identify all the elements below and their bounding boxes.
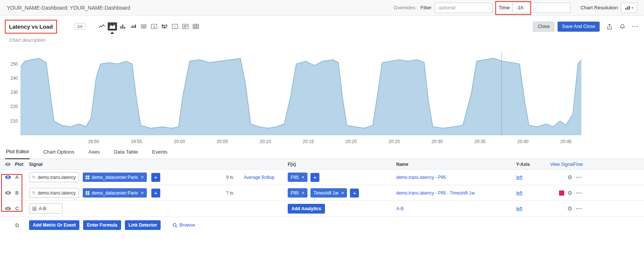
filter-chip-label: demo_datacenter:Paris: [92, 175, 138, 180]
chevron-down-icon: ▾: [631, 6, 633, 10]
analytics-chip[interactable]: P95 ×: [288, 188, 307, 198]
column-chart-icon[interactable]: [118, 22, 127, 31]
view-signalflow-link[interactable]: View SignalFlow: [550, 162, 584, 167]
event-feed-icon[interactable]: !: [170, 22, 180, 31]
plot-row-a: A demo.trans.latency demo_datacenter:Par…: [0, 170, 644, 185]
dimension-grid-icon: [86, 191, 89, 195]
search-icon: [173, 223, 177, 228]
plot-cell-c: C: [0, 206, 24, 211]
filter-chip[interactable]: demo_datacenter:Paris ×: [83, 173, 147, 182]
yaxis-link[interactable]: left: [516, 175, 523, 180]
dimension-grid-icon: [86, 176, 89, 179]
time-input[interactable]: [512, 3, 571, 13]
remove-icon[interactable]: ×: [302, 190, 304, 196]
save-and-close-button[interactable]: Save And Close: [558, 22, 600, 32]
tab-events[interactable]: Events: [151, 149, 168, 159]
analytics-chip-label: P95: [291, 190, 299, 196]
gear-icon[interactable]: ⚙: [568, 205, 572, 212]
native-resolution-badge: 1m: [75, 23, 85, 30]
text-chart-icon[interactable]: [181, 22, 190, 31]
x-axis-tick: 20:35: [471, 139, 489, 144]
signal-input[interactable]: demo.trans.latency: [29, 172, 79, 182]
x-axis-tick: 20:05: [214, 139, 231, 144]
y-axis-tick: 240: [4, 76, 18, 81]
histogram-icon[interactable]: [129, 22, 138, 31]
area-chart-icon[interactable]: [108, 22, 117, 31]
filter-input[interactable]: [435, 3, 493, 13]
chart-title[interactable]: Latency vs Load: [9, 23, 53, 30]
yaxis-link[interactable]: left: [516, 190, 523, 196]
chart-description[interactable]: Chart description: [9, 37, 644, 43]
filter-chip[interactable]: demo_datacenter:Paris ×: [83, 188, 147, 198]
plot-name-link[interactable]: demo.trans.latency - P95 - Timeshift 1w: [396, 190, 475, 196]
table-chart-icon[interactable]: [191, 22, 201, 31]
link-detector-button[interactable]: Link Detector: [125, 220, 161, 230]
x-axis-tick: 20:45: [557, 139, 575, 144]
plot-label: C: [15, 206, 19, 211]
dashboard-title: YOUR_NAME-Dashboard: YOUR_NAME-Dashboard: [7, 5, 130, 11]
single-value-icon[interactable]: 4: [149, 22, 159, 31]
list-chart-icon[interactable]: [139, 22, 148, 31]
share-icon[interactable]: [606, 23, 613, 30]
row-more-icon[interactable]: ⋯: [576, 174, 582, 181]
analytics-chip[interactable]: P95 ×: [288, 173, 307, 182]
line-chart-icon[interactable]: [97, 22, 107, 31]
add-filter-button[interactable]: +: [151, 173, 160, 182]
visibility-eye-icon[interactable]: [5, 206, 11, 211]
analytics-chip[interactable]: Timeshift 1w ×: [310, 188, 347, 198]
visibility-eye-icon[interactable]: [5, 191, 11, 195]
remove-icon[interactable]: ×: [141, 174, 144, 180]
bell-icon[interactable]: [619, 23, 625, 30]
plot-color-swatch[interactable]: [559, 190, 564, 196]
yaxis-link[interactable]: left: [516, 206, 523, 211]
add-analytics-button[interactable]: +: [310, 173, 319, 182]
visibility-eye-icon[interactable]: [5, 175, 11, 179]
analytics-chip-label: P95: [291, 175, 299, 180]
plot-name-link[interactable]: A-B: [396, 206, 404, 211]
remove-icon[interactable]: ×: [302, 174, 304, 180]
remove-icon[interactable]: ×: [341, 190, 344, 196]
tab-axes[interactable]: Axes: [88, 149, 101, 159]
plot-name-link[interactable]: demo.trans.latency - P95: [396, 175, 446, 180]
browse-link[interactable]: Browse: [173, 222, 195, 228]
tab-data-table[interactable]: Data Table: [113, 149, 139, 159]
enter-formula-button[interactable]: Enter Formula: [83, 220, 121, 230]
calculator-icon: [32, 206, 37, 211]
heatmap-icon[interactable]: [160, 22, 169, 31]
close-button[interactable]: Close: [533, 22, 555, 32]
area-series: [20, 58, 581, 135]
plus-icon: +: [313, 174, 317, 180]
plot-column-header: Plot: [15, 162, 23, 167]
remove-icon[interactable]: ×: [141, 190, 144, 196]
metric-tag-icon: [32, 191, 36, 195]
latency-area-chart[interactable]: [20, 53, 581, 135]
name-column-header: Name: [396, 162, 516, 167]
rollup-link[interactable]: Average Rollup: [244, 175, 282, 180]
chart-resolution-dropdown[interactable]: ▾: [621, 3, 637, 13]
tab-chart-options[interactable]: Chart Options: [42, 149, 75, 159]
ts-count: ? ts: [218, 190, 233, 196]
row-more-icon[interactable]: ⋯: [576, 189, 582, 196]
svg-text:4: 4: [153, 25, 155, 29]
x-axis-tick: 20:25: [385, 139, 403, 144]
more-icon[interactable]: ⋯: [631, 25, 638, 28]
plot-row-c: C A-B Add Analytics A-B left ⚙ ⋯: [0, 201, 644, 217]
row-more-icon[interactable]: ⋯: [576, 205, 582, 212]
add-filter-button[interactable]: +: [151, 189, 160, 198]
toggle-all-visibility-eye-icon[interactable]: [5, 162, 11, 166]
tab-plot-editor[interactable]: Plot Editor: [5, 149, 30, 159]
topbar: YOUR_NAME-Dashboard: YOUR_NAME-Dashboard…: [0, 0, 644, 16]
gear-icon[interactable]: ⚙: [568, 190, 572, 196]
add-analytics-button[interactable]: Add Analytics: [288, 204, 325, 214]
formula-input[interactable]: A-B: [29, 203, 63, 214]
chart-type-selector: 4 !: [97, 22, 201, 31]
plot-row-d: D Add Metric Or Event Enter Formula Link…: [0, 217, 644, 234]
x-axis-tick: 19:50: [85, 139, 102, 144]
gear-icon[interactable]: ⚙: [568, 174, 572, 181]
add-analytics-button[interactable]: +: [350, 189, 359, 198]
x-axis-tick: 20:20: [342, 139, 360, 144]
signal-input[interactable]: demo.trans.latency: [29, 188, 79, 198]
add-metric-or-event-button[interactable]: Add Metric Or Event: [29, 220, 79, 230]
ts-count: 9 ts: [218, 175, 233, 180]
plus-icon: +: [154, 190, 157, 196]
